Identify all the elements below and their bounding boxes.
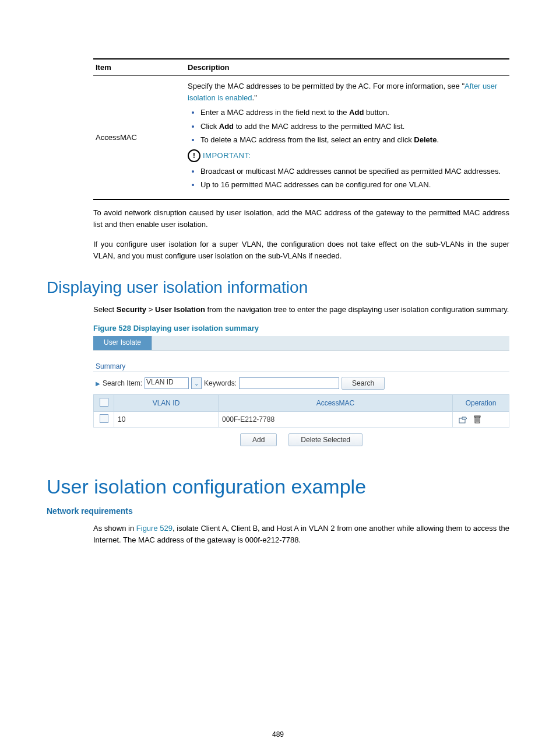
item-desc: Specify the MAC addresses to be permitte… [185,76,509,200]
paragraph: To avoid network disruption caused by us… [93,207,509,230]
item-name: AccessMAC [93,76,185,200]
table-row: 10 000F-E212-7788 [94,412,509,428]
triangle-icon: ▶ [96,380,100,387]
col-vlan-id: VLAN ID [114,395,219,412]
list-item: Broadcast or multicast MAC addresses can… [200,166,507,177]
table-row: AccessMAC Specify the MAC addresses to b… [93,76,509,200]
important-icon: ! [188,149,200,162]
results-table: VLAN ID AccessMAC Operation 10 000F-E212… [93,394,509,428]
chevron-down-icon[interactable]: ⌄ [191,377,202,389]
col-item: Item [93,59,185,76]
tab-row: User Isolate [93,336,509,351]
svg-rect-5 [474,416,480,417]
ui-screenshot: User Isolate Summary ▶ Search Item: VLAN… [93,336,509,446]
row-checkbox[interactable] [94,412,114,428]
trash-icon[interactable] [474,415,481,424]
add-button[interactable]: Add [240,433,277,446]
paragraph: If you configure user isolation for a su… [93,239,509,262]
section-title: Displaying user isolation information [47,278,509,297]
important-label: IMPORTANT: [203,150,251,162]
figure-529-link[interactable]: Figure 529 [136,524,173,533]
tab-user-isolate[interactable]: User Isolate [93,336,152,350]
keywords-input[interactable] [239,377,339,389]
nav-paragraph: Select Security > User Isolation from th… [93,304,509,316]
checkbox-header[interactable] [94,395,114,412]
col-desc: Description [185,59,509,76]
summary-label: Summary [96,362,509,370]
list-item: Up to 16 permitted MAC addresses can be … [200,179,507,191]
cell-operation [453,412,509,428]
sub-title: Network requirements [47,506,509,516]
col-operation: Operation [453,395,509,412]
search-button[interactable]: Search [342,377,385,390]
keywords-label: Keywords: [204,379,237,387]
netreq-paragraph: As shown in Figure 529, isolate Client A… [93,523,509,546]
search-row: ▶ Search Item: VLAN ID ⌄ Keywords: Searc… [96,377,509,390]
figure-caption: Figure 528 Displaying user isolation sum… [93,324,509,332]
description-table: Item Description AccessMAC Specify the M… [93,58,509,200]
list-item: Enter a MAC address in the field next to… [200,107,507,118]
divider [93,372,509,372]
page-number: 489 [0,730,556,738]
edit-icon[interactable] [459,415,468,424]
cell-access-mac: 000F-E212-7788 [219,412,453,428]
list-item: To delete a MAC address from the list, s… [200,134,507,146]
list-item: Click Add to add the MAC address to the … [200,121,507,132]
col-access-mac: AccessMAC [219,395,453,412]
search-item-select[interactable]: VLAN ID [145,377,189,389]
cell-vlan-id: 10 [114,412,219,428]
search-item-label: Search Item: [103,379,142,387]
page-title: User isolation configuration example [47,475,509,498]
delete-selected-button[interactable]: Delete Selected [288,433,363,446]
